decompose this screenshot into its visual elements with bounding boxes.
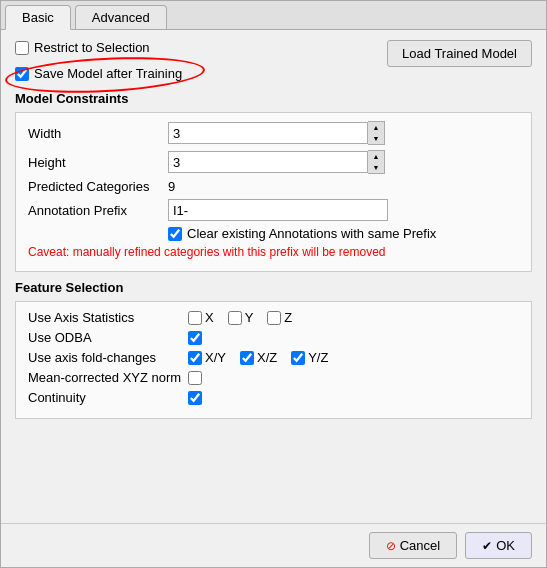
continuity-checkbox[interactable]: [188, 391, 202, 405]
fold-yz-checkbox[interactable]: [291, 351, 305, 365]
fold-changes-label: Use axis fold-changes: [28, 350, 188, 365]
odba-checks: [188, 331, 202, 345]
annotation-prefix-label: Annotation Prefix: [28, 203, 168, 218]
height-label: Height: [28, 155, 168, 170]
save-model-checkbox[interactable]: [15, 67, 29, 81]
predicted-categories-row: Predicted Categories 9: [28, 179, 519, 194]
odba-label: Use ODBA: [28, 330, 188, 345]
feature-selection-title: Feature Selection: [15, 280, 532, 295]
feature-selection-box: Use Axis Statistics X Y Z: [15, 301, 532, 419]
axis-stats-x-label: X: [205, 310, 214, 325]
fold-xy-label: X/Y: [205, 350, 226, 365]
fold-xy-checkbox[interactable]: [188, 351, 202, 365]
fold-xz-checkbox[interactable]: [240, 351, 254, 365]
fold-yz-item: Y/Z: [291, 350, 328, 365]
height-spin-down[interactable]: ▼: [368, 162, 384, 173]
top-left-controls: Restrict to Selection Save Model after T…: [15, 40, 182, 87]
continuity-checks: [188, 391, 202, 405]
width-spin-up[interactable]: ▲: [368, 122, 384, 133]
content-area: Restrict to Selection Save Model after T…: [1, 30, 546, 523]
feature-row-odba: Use ODBA: [28, 330, 519, 345]
ok-label: OK: [496, 538, 515, 553]
cancel-icon: ⊘: [386, 539, 396, 553]
mean-xyz-label: Mean-corrected XYZ norm: [28, 370, 188, 385]
fold-xy-item: X/Y: [188, 350, 226, 365]
fold-yz-label: Y/Z: [308, 350, 328, 365]
axis-stats-x-checkbox[interactable]: [188, 311, 202, 325]
width-spin-buttons: ▲ ▼: [368, 121, 385, 145]
feature-row-fold-changes: Use axis fold-changes X/Y X/Z Y/Z: [28, 350, 519, 365]
restrict-selection-checkbox[interactable]: [15, 41, 29, 55]
axis-stats-label: Use Axis Statistics: [28, 310, 188, 325]
mean-xyz-checks: [188, 371, 202, 385]
height-spinbox: 3 ▲ ▼: [168, 150, 385, 174]
dialog: Basic Advanced Restrict to Selection Sav…: [0, 0, 547, 568]
tab-bar: Basic Advanced: [1, 1, 546, 30]
restrict-selection-label: Restrict to Selection: [34, 40, 150, 55]
tab-basic[interactable]: Basic: [5, 5, 71, 30]
axis-stats-y-checkbox[interactable]: [228, 311, 242, 325]
load-trained-model-button[interactable]: Load Trained Model: [387, 40, 532, 67]
height-input[interactable]: 3: [168, 151, 368, 173]
width-input[interactable]: 3: [168, 122, 368, 144]
model-constraints-box: Width 3 ▲ ▼ Height 3 ▲ ▼: [15, 112, 532, 272]
fold-xz-label: X/Z: [257, 350, 277, 365]
width-row: Width 3 ▲ ▼: [28, 121, 519, 145]
fold-xz-item: X/Z: [240, 350, 277, 365]
axis-stats-z-item: Z: [267, 310, 292, 325]
width-spin-down[interactable]: ▼: [368, 133, 384, 144]
feature-row-mean-xyz: Mean-corrected XYZ norm: [28, 370, 519, 385]
cancel-button[interactable]: ⊘ Cancel: [369, 532, 457, 559]
tab-advanced[interactable]: Advanced: [75, 5, 167, 29]
feature-row-continuity: Continuity: [28, 390, 519, 405]
height-row: Height 3 ▲ ▼: [28, 150, 519, 174]
feature-row-axis-stats: Use Axis Statistics X Y Z: [28, 310, 519, 325]
axis-stats-y-label: Y: [245, 310, 254, 325]
axis-stats-z-checkbox[interactable]: [267, 311, 281, 325]
axis-stats-x-item: X: [188, 310, 214, 325]
caveat-text: Caveat: manually refined categories with…: [28, 245, 519, 259]
odba-checkbox[interactable]: [188, 331, 202, 345]
clear-annotations-row: Clear existing Annotations with same Pre…: [168, 226, 519, 241]
dialog-footer: ⊘ Cancel ✔ OK: [1, 523, 546, 567]
predicted-categories-label: Predicted Categories: [28, 179, 168, 194]
ok-button[interactable]: ✔ OK: [465, 532, 532, 559]
save-model-label: Save Model after Training: [34, 66, 182, 81]
width-spinbox: 3 ▲ ▼: [168, 121, 385, 145]
annotation-prefix-input[interactable]: I1-: [168, 199, 388, 221]
height-spin-up[interactable]: ▲: [368, 151, 384, 162]
model-constraints-section-title: Model Constraints: [15, 91, 532, 106]
fold-changes-checks: X/Y X/Z Y/Z: [188, 350, 328, 365]
save-model-row: Save Model after Training: [15, 66, 182, 81]
mean-xyz-check-item: [188, 371, 202, 385]
annotation-prefix-row: Annotation Prefix I1-: [28, 199, 519, 221]
predicted-categories-value: 9: [168, 179, 519, 194]
continuity-check-item: [188, 391, 202, 405]
continuity-label: Continuity: [28, 390, 188, 405]
clear-annotations-checkbox[interactable]: [168, 227, 182, 241]
restrict-selection-row: Restrict to Selection: [15, 40, 182, 55]
cancel-label: Cancel: [400, 538, 440, 553]
clear-annotations-label: Clear existing Annotations with same Pre…: [187, 226, 436, 241]
ok-icon: ✔: [482, 539, 492, 553]
mean-xyz-checkbox[interactable]: [188, 371, 202, 385]
width-label: Width: [28, 126, 168, 141]
height-spin-buttons: ▲ ▼: [368, 150, 385, 174]
odba-check-item: [188, 331, 202, 345]
axis-stats-checks: X Y Z: [188, 310, 292, 325]
axis-stats-y-item: Y: [228, 310, 254, 325]
axis-stats-z-label: Z: [284, 310, 292, 325]
